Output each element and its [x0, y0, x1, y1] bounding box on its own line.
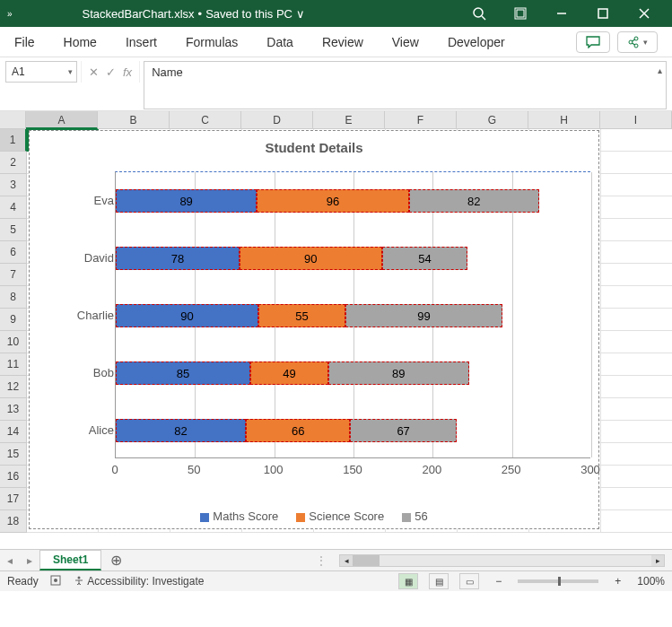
row-header[interactable]: 15: [0, 443, 27, 466]
row-header[interactable]: 16: [0, 466, 27, 488]
row-header[interactable]: 8: [0, 286, 27, 309]
x-axis-label: 100: [264, 463, 284, 476]
comments-button[interactable]: [576, 31, 610, 53]
row-header[interactable]: 18: [0, 510, 27, 533]
sheet-tab-bar: ◂ ▸ Sheet1 ⊕ ⋮ ◂ ▸: [0, 549, 672, 570]
x-axis-label: 150: [343, 463, 362, 476]
cells-area[interactable]: Student Details 899682789054905599854989…: [27, 129, 672, 533]
y-axis-label: Alice: [89, 423, 114, 437]
tab-home[interactable]: Home: [64, 35, 97, 49]
row-header[interactable]: 14: [0, 421, 27, 443]
scroll-thumb[interactable]: [353, 555, 380, 566]
formula-value: Name: [152, 65, 183, 79]
sheet-nav-next[interactable]: ▸: [20, 554, 39, 567]
row-header[interactable]: 1: [0, 129, 27, 152]
y-axis-label: David: [84, 251, 114, 265]
legend-item: 56: [402, 509, 427, 523]
zoom-slider[interactable]: [518, 579, 598, 583]
quick-access-chevron[interactable]: »: [7, 9, 13, 19]
bar-segment: 67: [350, 419, 456, 442]
tab-data[interactable]: Data: [266, 35, 293, 49]
row-header[interactable]: 3: [0, 174, 27, 196]
macro-record-icon[interactable]: [49, 574, 62, 589]
formula-bar: A1 ✕ ✓ fx Name ▴: [0, 57, 672, 111]
file-name: StackedBarChart.xlsx: [83, 7, 195, 21]
column-header[interactable]: I: [600, 111, 672, 129]
status-bar: Ready Accessibility: Investigate ▦ ▤ ▭ −…: [0, 570, 672, 591]
formula-input[interactable]: Name ▴: [144, 61, 667, 109]
chart-object[interactable]: Student Details 899682789054905599854989…: [29, 130, 599, 529]
chevron-down-icon: ▾: [643, 38, 648, 47]
tab-file[interactable]: File: [14, 35, 35, 49]
horizontal-scrollbar[interactable]: ◂ ▸: [339, 554, 665, 567]
cancel-icon[interactable]: ✕: [89, 65, 99, 79]
title-dropdown-icon[interactable]: ∨: [296, 7, 305, 21]
row-header[interactable]: 13: [0, 398, 27, 421]
select-all-corner[interactable]: [0, 111, 26, 129]
account-button[interactable]: [500, 0, 541, 27]
view-page-layout-button[interactable]: ▤: [429, 573, 449, 589]
y-axis-label: Eva: [94, 194, 114, 207]
bar-segment: 90: [240, 247, 382, 270]
tab-formulas[interactable]: Formulas: [186, 35, 238, 49]
tab-developer[interactable]: Developer: [448, 35, 505, 49]
sheet-nav-prev[interactable]: ◂: [0, 554, 20, 567]
column-header[interactable]: B: [98, 111, 170, 129]
tab-view[interactable]: View: [392, 35, 419, 49]
scroll-right-icon[interactable]: ▸: [651, 555, 664, 566]
row-header[interactable]: 6: [0, 241, 27, 264]
expand-formula-bar-icon[interactable]: ▴: [658, 65, 662, 75]
svg-point-12: [54, 579, 57, 582]
zoom-out-button[interactable]: −: [490, 575, 507, 588]
tab-review[interactable]: Review: [322, 35, 363, 49]
row-header[interactable]: 5: [0, 219, 27, 241]
add-sheet-button[interactable]: ⊕: [101, 552, 131, 569]
column-header[interactable]: A: [26, 111, 98, 129]
close-button[interactable]: [624, 0, 665, 27]
bar-segment: 49: [250, 361, 328, 385]
sheet-tab[interactable]: Sheet1: [39, 550, 101, 570]
window-title: StackedBarChart.xlsx • Saved to this PC …: [83, 7, 305, 21]
share-button[interactable]: ▾: [617, 31, 658, 53]
title-sep: •: [198, 7, 203, 21]
fx-icon[interactable]: fx: [123, 65, 132, 79]
column-header[interactable]: F: [385, 111, 457, 129]
svg-point-9: [629, 40, 633, 44]
view-normal-button[interactable]: ▦: [398, 573, 418, 589]
row-header[interactable]: 2: [0, 152, 27, 174]
bar-segment: 78: [116, 247, 240, 270]
enter-icon[interactable]: ✓: [106, 65, 116, 79]
row-header[interactable]: 7: [0, 264, 27, 286]
accessibility-status[interactable]: Accessibility: Investigate: [73, 575, 205, 588]
search-button[interactable]: [458, 0, 500, 27]
zoom-in-button[interactable]: +: [609, 575, 626, 588]
scroll-left-icon[interactable]: ◂: [340, 555, 353, 566]
column-header[interactable]: C: [170, 111, 241, 129]
row-header[interactable]: 12: [0, 376, 27, 398]
save-status: Saved to this PC: [205, 7, 292, 21]
maximize-button[interactable]: [582, 0, 624, 27]
minimize-button[interactable]: [541, 0, 582, 27]
tab-split-handle[interactable]: ⋮: [310, 554, 332, 567]
view-page-break-button[interactable]: ▭: [459, 573, 479, 589]
chart-legend: Maths ScoreScience Score56: [30, 509, 598, 523]
row-header[interactable]: 17: [0, 488, 27, 510]
chart-plot-area: 899682789054905599854989826667: [115, 171, 590, 458]
svg-point-0: [474, 8, 483, 17]
row-header[interactable]: 11: [0, 353, 27, 376]
x-axis-label: 300: [580, 463, 600, 476]
svg-point-8: [634, 37, 638, 40]
column-header[interactable]: H: [528, 111, 600, 129]
bar-segment: 82: [116, 419, 246, 442]
column-header[interactable]: E: [313, 111, 385, 129]
tab-insert[interactable]: Insert: [126, 35, 157, 49]
column-header[interactable]: D: [241, 111, 313, 129]
name-box[interactable]: A1: [5, 61, 77, 83]
column-headers: A B C D E F G H I: [0, 111, 672, 129]
x-axis-label: 50: [188, 463, 200, 476]
zoom-level[interactable]: 100%: [637, 575, 665, 588]
row-header[interactable]: 4: [0, 196, 27, 219]
row-header[interactable]: 9: [0, 309, 27, 331]
column-header[interactable]: G: [457, 111, 528, 129]
row-header[interactable]: 10: [0, 331, 27, 353]
